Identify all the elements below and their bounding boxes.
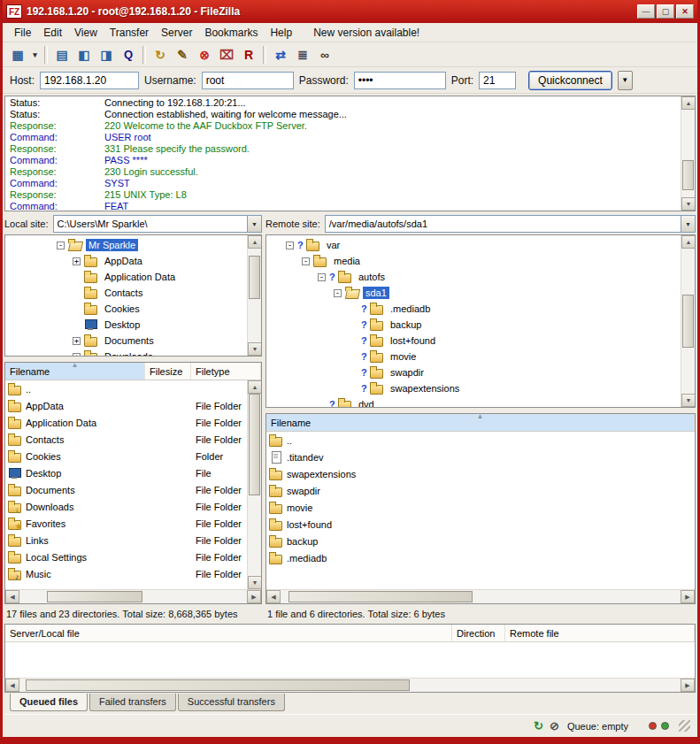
remote-tree-item[interactable]: dvd [266,396,681,407]
tree-expander-icon[interactable]: - [286,242,294,249]
menu-file[interactable]: File [8,25,37,41]
scroll-track[interactable] [19,590,247,603]
.titandev[interactable]: .titandev [266,449,695,465]
tree-expander-icon[interactable] [350,353,358,361]
local-tree-scrollbar[interactable] [247,235,261,356]
swapextensions[interactable]: swapextensions [266,465,695,482]
tab-failed-transfers[interactable]: Failed transfers [89,694,176,711]
movie[interactable]: movie [266,499,695,516]
tree-expander-icon[interactable]: - [334,289,342,297]
tab-successful-transfers[interactable]: Successful transfers [178,694,285,711]
maximize-button[interactable]: ▢ [657,4,674,19]
local-list-hscrollbar[interactable] [5,589,261,603]
combo-dropdown-icon[interactable] [681,216,695,232]
menu-bookmarks[interactable]: Bookmarks [198,25,264,41]
scroll-track[interactable] [681,249,695,394]
speed-limits-icon[interactable]: ⊘ [550,720,559,732]
tree-expander-icon[interactable] [350,369,358,377]
Downloads[interactable]: ↓Downloads File Folder [5,498,247,515]
scroll-track[interactable] [681,110,695,197]
reconnect-icon[interactable]: R [238,45,259,65]
host-input[interactable] [40,72,139,89]
username-input[interactable] [202,72,294,89]
site-manager-icon[interactable]: ▦ [7,45,28,65]
remote-site-combobox[interactable]: /var/media/autofs/sda1 [325,215,696,233]
tree-expander-icon[interactable] [73,289,81,297]
menu-help[interactable]: Help [264,25,298,41]
tree-expander-icon[interactable]: - [57,242,65,249]
..[interactable]: .. [266,432,695,449]
tree-expander-icon[interactable] [350,337,358,345]
menu-edit[interactable]: Edit [37,25,68,41]
quickconnect-button[interactable]: Quickconnect [528,71,612,90]
tree-expander-icon[interactable] [318,401,326,408]
site-manager-dropdown[interactable]: ▾ [29,45,41,65]
toggle-log-icon[interactable]: ▤ [51,45,73,65]
column-header[interactable]: Filetype [191,363,261,380]
encryption-status-icon[interactable]: ↻ [534,720,543,732]
close-button[interactable]: ✕ [676,4,694,19]
tree-expander-icon[interactable] [73,305,81,313]
tree-expander-icon[interactable] [73,321,81,329]
Local Settings[interactable]: Local Settings File Folder [5,548,247,565]
remote-tree-item[interactable]: movie [266,349,681,364]
queue-column-header[interactable]: Server/Local file [5,625,452,641]
find-files-icon[interactable]: ∞ [314,45,335,65]
scroll-track[interactable] [248,249,261,342]
local-tree-item[interactable]: + AppData [5,253,247,269]
local-tree-item[interactable]: Application Data [5,269,247,285]
process-queue-icon[interactable]: ✎ [172,45,193,65]
scroll-down-button[interactable] [248,576,261,589]
scroll-right-button[interactable] [681,679,695,692]
remote-tree-item[interactable]: - media [266,253,681,269]
filter-icon[interactable]: Q [118,45,139,65]
tab-queued-files[interactable]: Queued files [10,694,88,711]
lost+found[interactable]: lost+found [266,516,695,533]
queue-hscrollbar[interactable] [5,678,695,692]
tree-expander-icon[interactable]: + [73,337,81,345]
scroll-thumb[interactable] [682,160,694,190]
port-input[interactable] [479,72,516,89]
synchronized-browsing-icon[interactable]: ≣ [292,45,313,65]
local-site-combobox[interactable]: C:\Users\Mr Sparkle\ [53,215,262,233]
menu-transfer[interactable]: Transfer [104,25,155,41]
remote-tree-item[interactable]: swapdir [266,364,681,380]
scroll-down-button[interactable] [681,394,696,407]
scroll-up-button[interactable] [248,380,261,394]
scroll-up-button[interactable] [681,235,696,249]
column-header[interactable]: Filesize [145,363,191,380]
directory-comparison-icon[interactable]: ⇄ [270,45,291,65]
queue-column-header[interactable]: Remote file [505,625,695,641]
backup[interactable]: backup [266,533,695,549]
remote-tree-item[interactable]: - sda1 [266,285,681,301]
Favorites[interactable]: ★Favorites File Folder [5,515,247,532]
tree-expander-icon[interactable]: + [73,257,81,265]
scroll-up-button[interactable] [248,235,262,249]
scroll-thumb[interactable] [47,591,142,602]
Music[interactable]: ♪Music File Folder [5,565,247,582]
remote-tree-item[interactable]: swapextensions [266,380,681,396]
refresh-icon[interactable]: ↻ [150,45,171,65]
scroll-up-button[interactable] [681,96,696,110]
toggle-local-tree-icon[interactable]: ◧ [73,45,95,65]
tree-expander-icon[interactable] [73,273,81,281]
local-tree-item[interactable]: - Mr Sparkle [5,237,247,253]
remote-list-hscrollbar[interactable] [266,589,695,603]
quickconnect-dropdown[interactable]: ▼ [618,71,633,90]
disconnect-icon[interactable]: ⌧ [216,45,237,65]
combo-dropdown-icon[interactable] [247,216,261,232]
toggle-remote-tree-icon[interactable]: ◨ [96,45,117,65]
menu-server[interactable]: Server [155,25,198,41]
cancel-icon[interactable]: ⊗ [194,45,215,65]
tree-expander-icon[interactable] [350,385,358,393]
tree-expander-icon[interactable]: - [302,257,310,265]
scroll-down-button[interactable] [248,342,262,356]
menu-new-version[interactable]: New version available! [307,25,426,41]
Desktop[interactable]: Desktop File [5,464,247,481]
column-header[interactable]: Filename [5,363,145,380]
remote-tree-item[interactable]: .mediadb [266,301,681,317]
remote-tree-item[interactable]: lost+found [266,333,681,349]
remote-tree-scrollbar[interactable] [681,235,695,407]
scroll-track[interactable] [281,590,681,603]
..[interactable]: .. [5,380,247,397]
